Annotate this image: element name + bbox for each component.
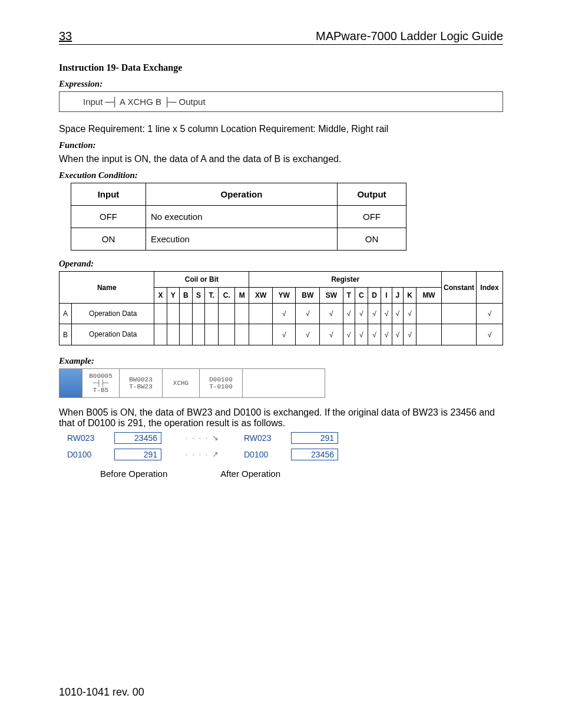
op-col: M [235,288,249,304]
exec-table: Input Operation Output OFF No execution … [71,183,406,251]
page-number: 33 [59,29,72,43]
op-row-label: B [59,324,72,345]
space-requirement: Space Requirement: 1 line x 5 column Loc… [59,124,503,134]
exec-h-op: Operation [146,183,338,206]
footer-revision: 1010-1041 rev. 00 [59,686,144,699]
rung-instr: XCHG [163,369,200,397]
operand-table: Name Coil or Bit Register Constant Index… [59,271,503,345]
op-col: J [392,288,403,304]
function-label: Function: [59,140,503,150]
rung-rail [243,369,325,397]
op-col: C [355,288,368,304]
exec-cell: Execution [146,228,338,251]
diag-label: D0100 [244,450,285,459]
op-col: T [343,288,355,304]
op-row-label: A [59,304,72,324]
exec-cell: ON [71,228,146,251]
example-rung: B00005 ─┤├─ T-B5 BW0023 T-BW23 XCHG D001… [59,368,325,398]
operand-label: Operand: [59,259,503,269]
op-col: MW [416,288,442,304]
op-col: Y [167,288,179,304]
rung-reg-b: D00100 T-0100 [200,369,243,397]
op-col: BW [296,288,320,304]
diag-label: RW023 [244,433,285,443]
page-header: 33 MAPware-7000 Ladder Logic Guide [59,29,503,45]
op-row-name: Operation Data [72,324,154,345]
op-h-coil: Coil or Bit [154,272,249,288]
rung-number-bar [59,369,82,397]
exec-h-output: Output [338,183,406,206]
exec-cell: No execution [146,206,338,228]
exec-cond-label: Execution Condition: [59,170,503,180]
op-h-name: Name [59,272,154,304]
section-title: Instruction 19- Data Exchange [59,62,503,73]
op-col: X [154,288,167,304]
example-text: When B005 is ON, the data of BW23 and D0… [59,407,503,429]
table-row: A Operation Data √ √ √ √ √ √ √ √ √ √ [59,304,503,324]
op-col: D [368,288,381,304]
rung-reg-a: BW0023 T-BW23 [120,369,163,397]
diag-label: RW023 [67,433,108,443]
op-h-constant: Constant [442,272,477,304]
op-h-index: Index [477,272,503,304]
op-h-register: Register [249,272,442,288]
cross-arrow-icon: · · · · ↗ [167,450,238,459]
exchange-diagram: RW023 23456 · · · · ↘ RW023 291 D0100 29… [67,432,503,460]
op-col: K [403,288,416,304]
exec-cell: OFF [71,206,146,228]
op-col: YW [272,288,296,304]
rung-contact: B00005 ─┤├─ T-B5 [82,369,120,397]
after-label: After Operation [220,469,280,479]
diag-value: 291 [291,432,338,444]
diagram-captions: Before Operation After Operation [100,469,503,479]
diag-label: D0100 [67,450,108,459]
before-label: Before Operation [100,469,167,479]
op-col: T. [205,288,219,304]
table-row: B Operation Data √ √ √ √ √ √ √ √ √ √ [59,324,503,345]
op-col: C. [219,288,235,304]
op-col: XW [249,288,273,304]
doc-title: MAPware-7000 Ladder Logic Guide [316,29,503,43]
function-text: When the input is ON, the data of A and … [59,154,503,164]
op-col: I [381,288,392,304]
op-row-name: Operation Data [72,304,154,324]
example-label: Example: [59,356,503,366]
expression-label: Expression: [59,79,503,89]
exec-cell: ON [338,228,406,251]
op-col: B [179,288,192,304]
diag-value: 291 [114,449,161,460]
expression-box: Input ─┤ A XCHG B ├─ Output [59,91,503,112]
exec-cell: OFF [338,206,406,228]
op-col: SW [320,288,343,304]
op-col: S [192,288,204,304]
exec-h-input: Input [71,183,146,206]
diag-value: 23456 [114,432,161,444]
diag-value: 23456 [291,449,338,460]
cross-arrow-icon: · · · · ↘ [167,433,238,442]
